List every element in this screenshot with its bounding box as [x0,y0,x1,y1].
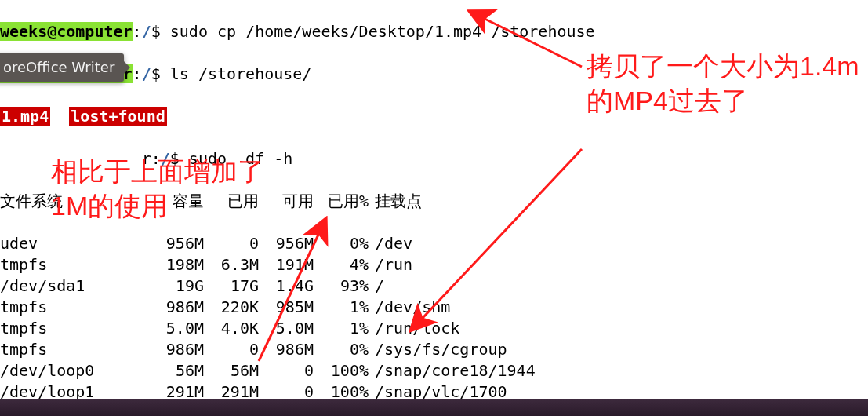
command-ls: ls /storehouse/ [170,64,312,83]
dock-strip [0,399,868,416]
df-row: tmpfs198M6.3M191M4%/run [0,254,868,276]
command-cp: sudo cp /home/weeks/Desktop/1.mp4 /store… [170,22,595,41]
prompt-user-host: weeks@computer [0,22,133,41]
df-row: /dev/sda119G17G1.4G93%/ [0,276,868,297]
tooltip-libreoffice: oreOffice Writer [0,53,124,82]
command-df: sudo df -h [189,149,292,168]
df-row: udev956M0956M0%/dev [0,233,868,254]
prompt-path: / [142,22,151,41]
df-row: /dev/loop056M56M0100%/snap/core18/1944 [0,360,868,381]
ls-result-file: 1.mp4 [0,107,50,126]
df-header-row: 文件系统容量已用可用已用%挂载点 [0,191,868,212]
ls-result-lostfound: lost+found [69,107,166,126]
df-row: tmpfs5.0M4.0K5.0M1%/run/lock [0,318,868,339]
df-row: tmpfs986M0986M0%/sys/fs/cgroup [0,339,868,360]
df-row: tmpfs986M220K985M1%/dev/shm [0,297,868,318]
